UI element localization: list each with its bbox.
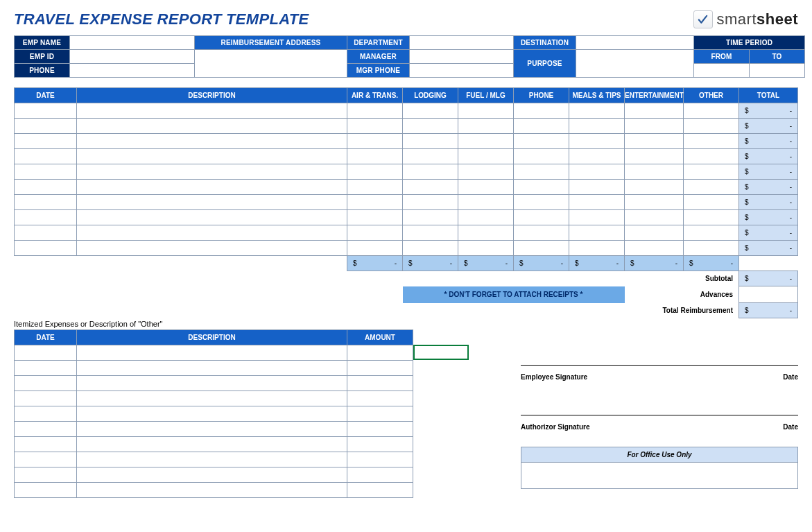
exp-cell[interactable] bbox=[403, 103, 458, 119]
exp-cell[interactable] bbox=[347, 103, 403, 119]
exp-cell[interactable] bbox=[514, 225, 569, 241]
item-cell[interactable] bbox=[347, 391, 413, 406]
exp-cell[interactable] bbox=[15, 134, 77, 149]
exp-cell[interactable] bbox=[77, 210, 347, 225]
exp-cell[interactable] bbox=[458, 119, 514, 134]
exp-cell[interactable] bbox=[514, 180, 569, 195]
exp-cell[interactable] bbox=[403, 225, 458, 241]
exp-cell[interactable] bbox=[403, 149, 458, 164]
exp-cell[interactable] bbox=[403, 210, 458, 225]
exp-cell[interactable] bbox=[15, 241, 77, 256]
exp-cell[interactable] bbox=[625, 103, 684, 119]
exp-cell[interactable] bbox=[514, 119, 569, 134]
exp-cell[interactable] bbox=[514, 164, 569, 180]
exp-cell[interactable] bbox=[625, 164, 684, 180]
exp-cell[interactable] bbox=[458, 195, 514, 210]
item-cell[interactable] bbox=[77, 422, 347, 437]
item-cell[interactable] bbox=[77, 483, 347, 498]
exp-cell[interactable] bbox=[625, 119, 684, 134]
exp-cell[interactable] bbox=[347, 134, 403, 149]
exp-cell[interactable] bbox=[347, 180, 403, 195]
from-field[interactable] bbox=[694, 64, 750, 78]
exp-cell[interactable] bbox=[458, 164, 514, 180]
destination-field[interactable] bbox=[576, 36, 694, 50]
office-use-field[interactable] bbox=[521, 463, 798, 489]
exp-cell[interactable] bbox=[347, 164, 403, 180]
exp-cell[interactable] bbox=[684, 103, 739, 119]
exp-cell[interactable] bbox=[514, 134, 569, 149]
exp-cell[interactable] bbox=[77, 241, 347, 256]
exp-cell[interactable] bbox=[684, 149, 739, 164]
item-cell[interactable] bbox=[15, 376, 77, 391]
item-cell[interactable] bbox=[77, 391, 347, 406]
exp-cell[interactable] bbox=[569, 164, 625, 180]
exp-cell[interactable] bbox=[77, 180, 347, 195]
exp-cell[interactable] bbox=[347, 149, 403, 164]
exp-cell[interactable] bbox=[77, 225, 347, 241]
manager-field[interactable] bbox=[410, 50, 514, 64]
exp-cell[interactable] bbox=[684, 134, 739, 149]
exp-cell[interactable] bbox=[347, 225, 403, 241]
exp-cell[interactable] bbox=[569, 195, 625, 210]
item-cell[interactable] bbox=[15, 467, 77, 483]
exp-cell[interactable] bbox=[514, 103, 569, 119]
exp-cell[interactable] bbox=[458, 225, 514, 241]
item-cell[interactable] bbox=[347, 376, 413, 391]
item-cell[interactable] bbox=[15, 361, 77, 376]
item-cell[interactable] bbox=[347, 467, 413, 483]
exp-cell[interactable] bbox=[625, 241, 684, 256]
emp-id-field[interactable] bbox=[70, 50, 195, 64]
purpose-field[interactable] bbox=[576, 50, 694, 78]
exp-cell[interactable] bbox=[458, 180, 514, 195]
exp-cell[interactable] bbox=[684, 180, 739, 195]
exp-cell[interactable] bbox=[403, 195, 458, 210]
exp-cell[interactable] bbox=[569, 180, 625, 195]
exp-cell[interactable] bbox=[403, 241, 458, 256]
exp-cell[interactable] bbox=[15, 119, 77, 134]
exp-cell[interactable] bbox=[347, 241, 403, 256]
exp-cell[interactable] bbox=[403, 119, 458, 134]
exp-cell[interactable] bbox=[569, 241, 625, 256]
reimb-addr-field[interactable] bbox=[195, 50, 347, 78]
item-cell[interactable] bbox=[15, 422, 77, 437]
exp-cell[interactable] bbox=[625, 210, 684, 225]
item-cell[interactable] bbox=[15, 483, 77, 498]
item-cell[interactable] bbox=[77, 361, 347, 376]
exp-cell[interactable] bbox=[77, 103, 347, 119]
exp-cell[interactable] bbox=[458, 241, 514, 256]
exp-cell[interactable] bbox=[625, 149, 684, 164]
item-cell[interactable] bbox=[77, 376, 347, 391]
exp-cell[interactable] bbox=[684, 241, 739, 256]
exp-cell[interactable] bbox=[684, 119, 739, 134]
exp-cell[interactable] bbox=[625, 134, 684, 149]
exp-cell[interactable] bbox=[77, 149, 347, 164]
exp-cell[interactable] bbox=[458, 210, 514, 225]
exp-cell[interactable] bbox=[347, 210, 403, 225]
exp-cell[interactable] bbox=[347, 195, 403, 210]
exp-cell[interactable] bbox=[15, 149, 77, 164]
exp-cell[interactable] bbox=[569, 225, 625, 241]
exp-cell[interactable] bbox=[514, 195, 569, 210]
item-cell[interactable] bbox=[347, 406, 413, 422]
exp-cell[interactable] bbox=[514, 149, 569, 164]
exp-cell[interactable] bbox=[77, 134, 347, 149]
exp-cell[interactable] bbox=[569, 103, 625, 119]
exp-cell[interactable] bbox=[684, 225, 739, 241]
exp-cell[interactable] bbox=[625, 195, 684, 210]
mgr-phone-field[interactable] bbox=[410, 64, 514, 78]
exp-cell[interactable] bbox=[403, 134, 458, 149]
item-cell[interactable] bbox=[77, 467, 347, 483]
emp-name-field[interactable] bbox=[70, 36, 195, 50]
exp-cell[interactable] bbox=[403, 164, 458, 180]
item-cell[interactable] bbox=[15, 437, 77, 452]
exp-cell[interactable] bbox=[569, 134, 625, 149]
item-cell[interactable] bbox=[347, 483, 413, 498]
item-cell[interactable] bbox=[15, 345, 77, 361]
item-cell[interactable] bbox=[347, 345, 413, 361]
item-cell[interactable] bbox=[15, 391, 77, 406]
exp-cell[interactable] bbox=[684, 164, 739, 180]
exp-cell[interactable] bbox=[347, 119, 403, 134]
phone-field[interactable] bbox=[70, 64, 195, 78]
exp-cell[interactable] bbox=[15, 225, 77, 241]
exp-cell[interactable] bbox=[15, 164, 77, 180]
